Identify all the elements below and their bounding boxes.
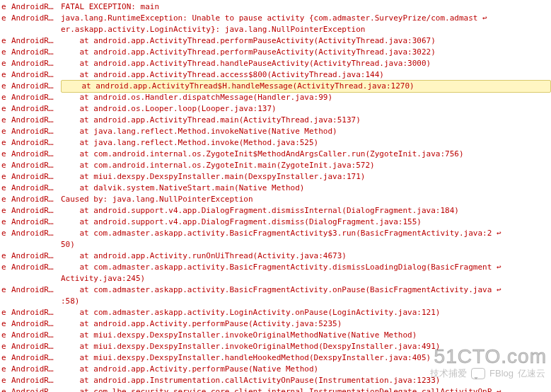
log-line[interactable]: eAndroidR… at com.admaster.askapp.activi…: [0, 307, 551, 318]
log-tag: AndroidR…: [11, 160, 61, 171]
log-level: e: [0, 160, 11, 171]
log-message: 50): [61, 239, 551, 250]
log-level: e: [0, 13, 11, 24]
log-tag: AndroidR…: [11, 330, 61, 341]
log-level: e: [0, 149, 11, 160]
log-level: e: [0, 47, 11, 58]
log-line[interactable]: eAndroidR…Caused by: java.lang.NullPoint…: [0, 194, 551, 205]
log-line[interactable]: eAndroidR…FATAL EXCEPTION: main: [0, 1, 551, 13]
log-line[interactable]: eAndroidR… at dalvik.system.NativeStart.…: [0, 183, 551, 194]
log-level: e: [0, 69, 11, 81]
log-line[interactable]: eAndroidR… at com.admaster.askapp.activi…: [0, 284, 551, 296]
log-message: at com.android.internal.os.ZygoteInit.ma…: [61, 160, 551, 171]
log-message: at com.admaster.askapp.activity.BasicFra…: [61, 228, 551, 239]
log-line[interactable]: eAndroidR… at android.app.ActivityThread…: [0, 47, 551, 58]
log-line[interactable]: eAndroidR…java.lang.RuntimeException: Un…: [0, 13, 551, 24]
log-level: e: [0, 341, 11, 352]
log-message: at android.support.v4.app.DialogFragment…: [61, 217, 551, 228]
log-level: e: [0, 103, 11, 115]
log-message: at android.app.ActivityThread.performPau…: [61, 35, 551, 47]
log-level: e: [0, 92, 11, 103]
log-tag: AndroidR…: [11, 92, 61, 103]
log-level: e: [0, 330, 11, 341]
log-line[interactable]: eAndroidR… at java.lang.reflect.Method.i…: [0, 137, 551, 149]
log-message: at android.app.ActivityThread.main(Activ…: [61, 115, 551, 126]
log-line[interactable]: eAndroidR… at miui.dexspy.DexspyInstalle…: [0, 341, 551, 352]
log-tag: AndroidR…: [11, 352, 61, 364]
log-message: at com.lbe.security.service.core.client.…: [61, 386, 551, 392]
log-line[interactable]: eAndroidR… at miui.dexspy.DexspyInstalle…: [0, 171, 551, 183]
log-tag: AndroidR…: [11, 386, 61, 392]
log-tag: AndroidR…: [11, 194, 61, 205]
log-line[interactable]: eAndroidR… at android.app.ActivityThread…: [0, 58, 551, 69]
log-line[interactable]: eAndroidR… at android.support.v4.app.Dia…: [0, 217, 551, 228]
log-message: at android.app.Activity.performPause(Act…: [61, 318, 551, 330]
log-tag: AndroidR…: [11, 205, 61, 217]
log-tag: AndroidR…: [11, 284, 61, 296]
log-tag: AndroidR…: [11, 262, 61, 273]
log-message: at android.app.ActivityThread.access$800…: [61, 69, 551, 81]
log-line[interactable]: eAndroidR… at miui.dexspy.DexspyInstalle…: [0, 330, 551, 341]
log-line[interactable]: eAndroidR… at android.app.ActivityThread…: [0, 115, 551, 126]
log-tag: AndroidR…: [11, 183, 61, 194]
log-message: at android.app.Activity.performPause(Nat…: [61, 364, 551, 375]
log-line[interactable]: eAndroidR… at android.app.Activity.perfo…: [0, 364, 551, 375]
log-tag: AndroidR…: [11, 126, 61, 137]
log-line[interactable]: eAndroidR… at com.android.internal.os.Zy…: [0, 160, 551, 171]
log-line[interactable]: eAndroidR… at java.lang.reflect.Method.i…: [0, 126, 551, 137]
log-line[interactable]: eAndroidR… at com.admaster.askapp.activi…: [0, 262, 551, 273]
log-level: e: [0, 364, 11, 375]
log-level: e: [0, 58, 11, 69]
log-level: e: [0, 183, 11, 194]
log-line[interactable]: eAndroidR… at android.app.ActivityThread…: [0, 81, 551, 92]
log-line[interactable]: eAndroidR… at android.app.ActivityThread…: [0, 69, 551, 81]
log-tag: AndroidR…: [11, 250, 61, 262]
log-tag: AndroidR…: [11, 1, 61, 13]
log-line[interactable]: eAndroidR… at android.app.ActivityThread…: [0, 35, 551, 47]
log-line[interactable]: eAndroidR…Activity.java:245): [0, 273, 551, 284]
log-line[interactable]: eAndroidR…:58): [0, 296, 551, 307]
log-message: er.askapp.activity.LoginActivity}: java.…: [61, 24, 551, 35]
log-line[interactable]: eAndroidR…50): [0, 239, 551, 250]
log-tag: AndroidR…: [11, 364, 61, 375]
log-tag: AndroidR…: [11, 171, 61, 183]
log-line[interactable]: eAndroidR… at android.app.Instrumentatio…: [0, 375, 551, 386]
log-tag: AndroidR…: [11, 228, 61, 239]
log-level: e: [0, 352, 11, 364]
log-line[interactable]: eAndroidR… at android.os.Looper.loop(Loo…: [0, 103, 551, 115]
log-tag: AndroidR…: [11, 217, 61, 228]
log-line[interactable]: eAndroidR… at android.app.Activity.perfo…: [0, 318, 551, 330]
log-message: at com.admaster.askapp.activity.BasicFra…: [61, 262, 551, 273]
log-message: at com.admaster.askapp.activity.LoginAct…: [61, 307, 551, 318]
log-tag: AndroidR…: [11, 307, 61, 318]
log-message: at miui.dexspy.DexspyInstaller.invokeOri…: [61, 330, 551, 341]
log-message: at com.admaster.askapp.activity.BasicFra…: [61, 284, 551, 296]
log-line[interactable]: eAndroidR… at miui.dexspy.DexspyInstalle…: [0, 352, 551, 364]
log-line[interactable]: eAndroidR… at android.os.Handler.dispatc…: [0, 92, 551, 103]
log-tag: AndroidR…: [11, 58, 61, 69]
log-level: e: [0, 250, 11, 262]
log-tag: AndroidR…: [11, 341, 61, 352]
log-message: at android.app.Instrumentation.callActiv…: [61, 375, 551, 386]
log-level: e: [0, 262, 11, 273]
log-tag: AndroidR…: [11, 149, 61, 160]
log-message: FATAL EXCEPTION: main: [61, 1, 551, 13]
log-line[interactable]: eAndroidR…er.askapp.activity.LoginActivi…: [0, 24, 551, 35]
log-level: e: [0, 217, 11, 228]
log-line[interactable]: eAndroidR… at com.lbe.security.service.c…: [0, 386, 551, 392]
log-level: e: [0, 171, 11, 183]
log-level: e: [0, 307, 11, 318]
log-message: at dalvik.system.NativeStart.main(Native…: [61, 183, 551, 194]
log-line[interactable]: eAndroidR… at com.admaster.askapp.activi…: [0, 228, 551, 239]
log-message: at miui.dexspy.DexspyInstaller.invokeOri…: [61, 341, 551, 352]
log-message: at com.android.internal.os.ZygoteInit$Me…: [61, 149, 551, 160]
log-message: at android.app.Activity.runOnUiThread(Ac…: [61, 250, 551, 262]
logcat-output[interactable]: eAndroidR…FATAL EXCEPTION: maineAndroidR…: [0, 0, 551, 392]
log-line[interactable]: eAndroidR… at android.support.v4.app.Dia…: [0, 205, 551, 217]
log-level: e: [0, 284, 11, 296]
log-level: e: [0, 228, 11, 239]
log-level: e: [0, 115, 11, 126]
log-line[interactable]: eAndroidR… at android.app.Activity.runOn…: [0, 250, 551, 262]
log-tag: AndroidR…: [11, 13, 61, 24]
log-line[interactable]: eAndroidR… at com.android.internal.os.Zy…: [0, 149, 551, 160]
